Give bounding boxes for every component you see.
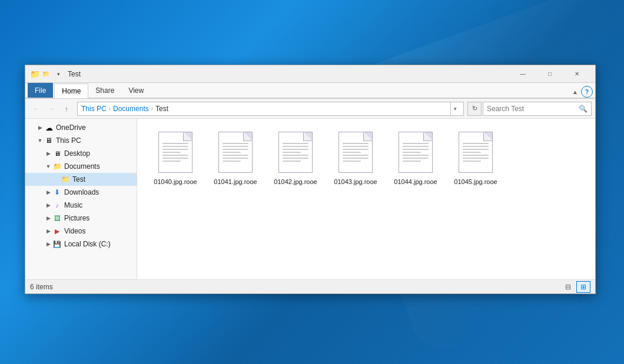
main-area: ▶ ☁ OneDrive ▼ 🖥 This PC ▶ 🖥 Desktop ▼ 📁… <box>25 119 595 279</box>
search-box[interactable]: 🔍 <box>483 102 592 116</box>
address-bar[interactable]: This PC › Documents › Test ▾ <box>77 102 464 116</box>
file-name: 01040.jpg.rooe <box>154 178 197 186</box>
sidebar-item-local-disk[interactable]: ▶ 💾 Local Disk (C:) <box>25 238 137 251</box>
sidebar-item-videos[interactable]: ▶ ▶ Videos <box>25 225 137 238</box>
expand-arrow-desktop: ▶ <box>44 149 52 158</box>
item-count: 6 items <box>30 283 53 291</box>
file-name: 01045.jpg.rooe <box>454 178 497 186</box>
sidebar-item-this-pc[interactable]: ▼ 🖥 This PC <box>25 134 137 147</box>
crumb-documents[interactable]: Documents <box>113 105 149 113</box>
title-icons: 📁 📁 ▾ <box>30 69 64 79</box>
sidebar-item-downloads[interactable]: ▶ ⬇ Downloads <box>25 186 137 199</box>
refresh-button[interactable]: ↻ <box>467 102 482 116</box>
sidebar-label-desktop: Desktop <box>64 149 90 158</box>
file-grid: 01040.jpg.rooe 01041.jpg.rooe 01042.jpg.… <box>137 119 595 279</box>
expand-arrow-pictures: ▶ <box>44 214 52 222</box>
file-name: 01044.jpg.rooe <box>394 178 437 186</box>
ribbon-collapse-button[interactable]: ▲ <box>569 86 581 98</box>
folder-icon: 📁 <box>30 69 39 79</box>
file-name: 01042.jpg.rooe <box>274 178 317 186</box>
expand-arrow-test <box>52 175 61 183</box>
file-icon <box>277 132 314 175</box>
search-icon[interactable]: 🔍 <box>579 105 588 113</box>
tab-share[interactable]: Share <box>88 83 121 98</box>
file-name: 01043.jpg.rooe <box>334 178 377 186</box>
file-item[interactable]: 01044.jpg.rooe <box>389 128 442 189</box>
file-icon <box>457 132 494 175</box>
sidebar-label-documents: Documents <box>64 162 100 171</box>
onedrive-icon: ☁ <box>44 123 54 132</box>
local-disk-icon: 💾 <box>52 239 62 249</box>
file-icon <box>157 132 194 175</box>
sidebar-label-videos: Videos <box>64 227 85 235</box>
file-item[interactable]: 01045.jpg.rooe <box>449 128 502 189</box>
quick-access-icon: 📁 <box>41 69 51 79</box>
tab-view[interactable]: View <box>121 83 151 98</box>
tab-home[interactable]: Home <box>54 84 88 98</box>
file-name: 01041.jpg.rooe <box>214 178 257 186</box>
music-icon: ♪ <box>52 201 62 210</box>
tiles-view-icon: ⊞ <box>580 283 586 291</box>
file-icon <box>217 132 254 175</box>
sidebar-label-music: Music <box>64 201 82 209</box>
expand-arrow-music: ▶ <box>44 201 52 209</box>
sidebar-label-test: Test <box>72 175 85 183</box>
title-dropdown-arrow[interactable]: ▾ <box>54 69 63 79</box>
expand-arrow-videos: ▶ <box>44 227 52 235</box>
desktop-icon: 🖥 <box>52 149 62 158</box>
close-button[interactable]: ✕ <box>563 65 590 83</box>
tiles-view-button[interactable]: ⊞ <box>576 281 590 293</box>
sidebar-item-desktop[interactable]: ▶ 🖥 Desktop <box>25 147 137 160</box>
ribbon-help-button[interactable]: ? <box>581 86 593 98</box>
title-bar: 📁 📁 ▾ Test — □ ✕ <box>25 65 595 83</box>
search-input[interactable] <box>487 105 579 113</box>
ribbon: File Home Share View ▲ ? <box>25 83 595 99</box>
file-item[interactable]: 01041.jpg.rooe <box>209 128 262 189</box>
forward-button[interactable]: → <box>44 102 58 116</box>
breadcrumb: This PC › Documents › Test <box>81 105 168 113</box>
crumb-this-pc[interactable]: This PC <box>81 105 107 113</box>
view-buttons: ⊟ ⊞ <box>561 281 590 293</box>
expand-arrow-this-pc: ▼ <box>36 136 44 145</box>
file-icon <box>337 132 374 175</box>
expand-arrow-local-disk: ▶ <box>44 240 52 248</box>
file-icon <box>397 132 434 175</box>
maximize-button[interactable]: □ <box>536 65 563 83</box>
file-area: 01040.jpg.rooe 01041.jpg.rooe 01042.jpg.… <box>137 119 595 279</box>
this-pc-icon: 🖥 <box>44 136 54 145</box>
documents-icon: 📁 <box>52 162 62 171</box>
minimize-button[interactable]: — <box>509 65 536 83</box>
sidebar-item-pictures[interactable]: ▶ 🖼 Pictures <box>25 212 137 225</box>
expand-arrow-documents: ▼ <box>44 162 52 171</box>
file-item[interactable]: 01042.jpg.rooe <box>269 128 322 189</box>
back-button[interactable]: ← <box>29 102 43 116</box>
status-bar: 6 items ⊟ ⊞ <box>25 279 595 293</box>
crumb-test: Test <box>155 105 168 113</box>
details-view-button[interactable]: ⊟ <box>561 281 575 293</box>
up-button[interactable]: ↑ <box>59 102 74 116</box>
sidebar-label-this-pc: This PC <box>56 136 81 145</box>
test-folder-icon: 📁 <box>61 175 70 184</box>
sidebar-label-downloads: Downloads <box>64 188 99 196</box>
downloads-icon: ⬇ <box>52 188 62 197</box>
sidebar-label-pictures: Pictures <box>64 214 89 222</box>
tab-file[interactable]: File <box>28 83 53 98</box>
explorer-window: 📁 📁 ▾ Test — □ ✕ File Home Share View <box>25 65 596 294</box>
file-item[interactable]: 01043.jpg.rooe <box>329 128 382 189</box>
nav-bar: ← → ↑ This PC › Documents › Test ▾ ↻ 🔍 <box>25 99 595 119</box>
window-title: Test <box>68 70 81 78</box>
expand-arrow-onedrive: ▶ <box>36 123 44 132</box>
sidebar-label-local-disk: Local Disk (C:) <box>64 240 111 248</box>
sidebar-item-onedrive[interactable]: ▶ ☁ OneDrive <box>25 121 137 134</box>
expand-arrow-downloads: ▶ <box>44 188 52 196</box>
sidebar-item-documents[interactable]: ▼ 📁 Documents <box>25 160 137 173</box>
window-controls: — □ ✕ <box>509 65 590 83</box>
file-item[interactable]: 01040.jpg.rooe <box>149 128 202 189</box>
pictures-icon: 🖼 <box>52 213 62 223</box>
sidebar-item-test[interactable]: 📁 Test <box>25 173 137 186</box>
address-dropdown-button[interactable]: ▾ <box>450 102 460 116</box>
sidebar: ▶ ☁ OneDrive ▼ 🖥 This PC ▶ 🖥 Desktop ▼ 📁… <box>25 119 137 279</box>
sidebar-label-onedrive: OneDrive <box>56 123 86 132</box>
videos-icon: ▶ <box>52 226 62 236</box>
sidebar-item-music[interactable]: ▶ ♪ Music <box>25 199 137 212</box>
